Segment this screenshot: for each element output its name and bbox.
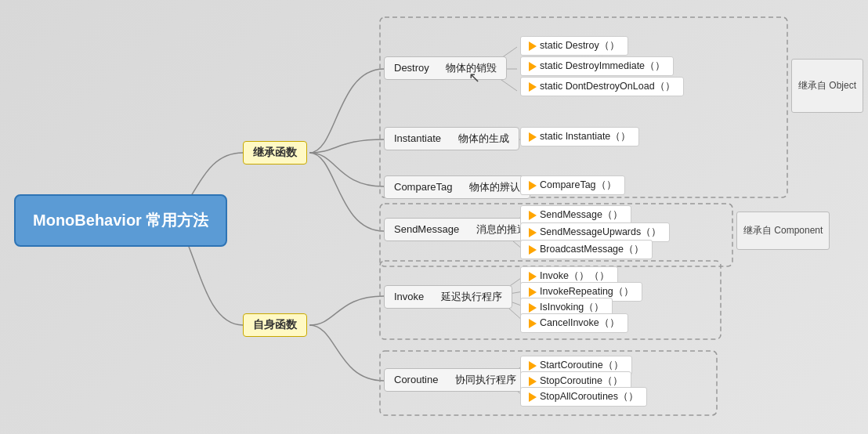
play-icon <box>529 377 537 386</box>
inherit-branch-label: 继承函数 <box>243 141 307 165</box>
inherit-object-label: 继承自 Object <box>791 59 863 113</box>
destroy-entry: Destroy 物体的销毁 <box>384 56 507 80</box>
invoke-entry: Invoke 延迟执行程序 <box>384 285 512 309</box>
play-icon <box>529 211 537 220</box>
play-icon <box>529 392 537 402</box>
play-icon <box>529 361 537 371</box>
broadcast-message-item: BroadcastMessage（） <box>520 240 653 259</box>
play-icon <box>529 245 537 255</box>
root-label: MonoBehavior 常用方法 <box>33 212 208 229</box>
send-message-entry: SendMessage 消息的推送 <box>384 218 537 241</box>
stop-all-coroutines-item: StopAllCoroutines（） <box>520 387 647 407</box>
play-icon <box>529 62 537 71</box>
play-icon <box>529 319 537 328</box>
cancel-invoke-item: CancelInvoke（） <box>520 313 628 333</box>
diagram-container: MonoBehavior 常用方法 继承函数 自身函数 Destroy 物体的销… <box>0 0 868 434</box>
play-icon <box>529 272 537 281</box>
play-icon <box>529 303 537 313</box>
play-icon <box>529 228 537 237</box>
play-icon <box>529 82 537 92</box>
play-icon <box>529 288 537 297</box>
compare-tag-entry: CompareTag 物体的辨认 <box>384 175 530 199</box>
static-destroy-item: static Destroy（） <box>520 36 628 56</box>
play-icon <box>529 132 537 142</box>
play-icon <box>529 42 537 51</box>
compare-tag-item: CompareTag（） <box>520 175 625 195</box>
self-branch-label: 自身函数 <box>243 313 307 337</box>
root-node: MonoBehavior 常用方法 <box>14 194 227 247</box>
static-dont-destroy-item: static DontDestroyOnLoad（） <box>520 77 684 96</box>
instantiate-entry: Instantiate 物体的生成 <box>384 127 519 150</box>
static-destroy-immediate-item: static DestroyImmediate（） <box>520 56 674 76</box>
coroutine-entry: Coroutine 协同执行程序 <box>384 368 526 392</box>
inherit-component-label: 继承自 Component <box>736 212 830 250</box>
static-instantiate-item: static Instantiate（） <box>520 127 639 146</box>
play-icon <box>529 181 537 190</box>
